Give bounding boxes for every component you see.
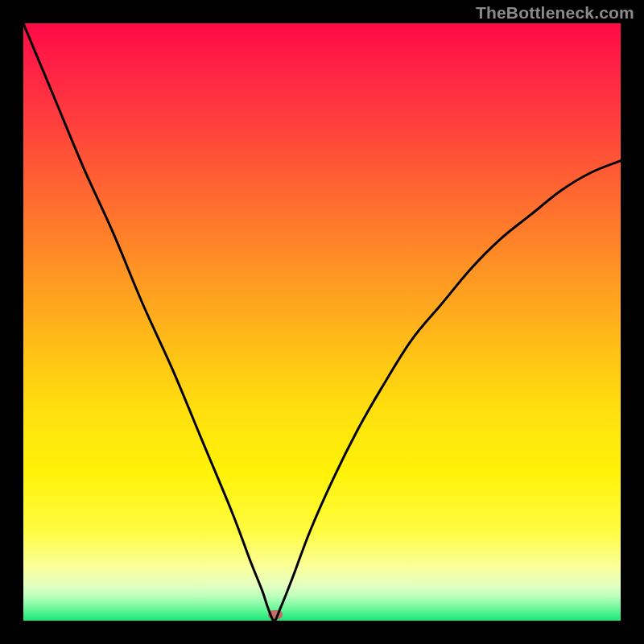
plot-area: [23, 23, 621, 621]
bottleneck-curve: [23, 23, 621, 621]
chart-frame: TheBottleneck.com: [0, 0, 644, 644]
watermark-text: TheBottleneck.com: [476, 3, 634, 23]
